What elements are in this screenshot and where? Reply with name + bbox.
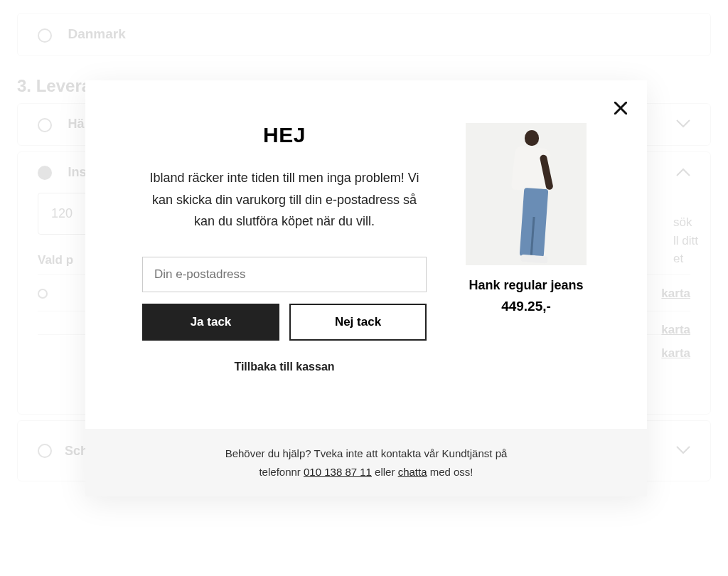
footer-mid: eller [372,466,398,478]
modal-description: Ibland räcker inte tiden till men inga p… [142,167,427,233]
no-button[interactable]: Nej tack [289,304,427,341]
yes-button[interactable]: Ja tack [142,304,279,341]
modal-button-row: Ja tack Nej tack [142,304,427,341]
product-name: Hank regular jeans [462,278,590,293]
footer-text: Behöver du hjälp? Tveka inte att kontakt… [225,447,508,459]
modal-body: HEJ Ibland räcker inte tiden till men in… [85,80,647,395]
close-icon[interactable] [614,100,627,117]
email-field[interactable] [142,257,427,292]
back-to-checkout-link[interactable]: Tillbaka till kassan [142,361,427,373]
modal-footer: Behöver du hjälp? Tveka inte att kontakt… [85,429,647,496]
save-cart-modal: HEJ Ibland räcker inte tiden till men in… [85,80,647,496]
modal-title: HEJ [142,123,427,147]
phone-link[interactable]: 010 138 87 11 [304,466,372,478]
footer-suffix: med oss! [427,466,473,478]
chat-link[interactable]: chatta [398,466,427,478]
modal-left-column: HEJ Ibland räcker inte tiden till men in… [142,123,427,373]
footer-phone-label: telefonnr [259,466,304,478]
product-image [466,123,587,265]
product-price: 449.25,- [462,299,590,314]
modal-right-column: Hank regular jeans 449.25,- [462,123,590,373]
